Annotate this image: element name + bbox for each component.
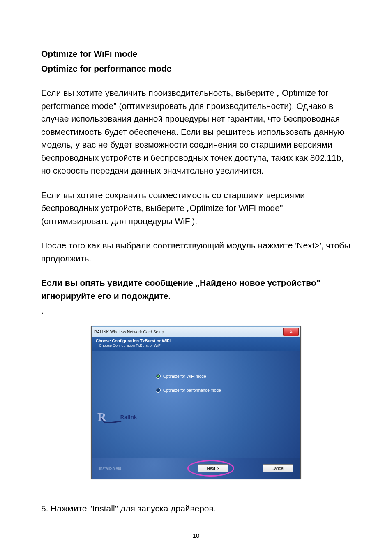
paragraph-1: Если вы хотите увеличить производительно… <box>41 86 351 177</box>
step-5-text: 5. Нажмите "Install" для запуска драйвер… <box>41 502 351 515</box>
dialog-titlebar: RALINK Wireless Network Card Setup ✕ <box>92 326 300 337</box>
radio-performance-mode[interactable]: Optimize for performance mode <box>156 388 300 393</box>
radio-wifi-label: Optimize for WiFi mode <box>163 374 206 379</box>
close-x-icon: ✕ <box>289 330 293 334</box>
paragraph-3: После того как вы выбрали соответствующи… <box>41 239 351 265</box>
installer-dialog: RALINK Wireless Network Card Setup ✕ Cho… <box>91 326 301 479</box>
radio-selected-icon <box>156 374 161 379</box>
page-number: 10 <box>0 532 392 539</box>
next-button[interactable]: Next > <box>198 464 228 472</box>
heading-line-2: Optimize for performance mode <box>41 62 351 75</box>
ralink-logo: R Ralink <box>97 410 137 424</box>
dialog-banner: Choose Configuration TxBurst or WiFi Cho… <box>92 337 300 351</box>
dialog-button-bar: InstallShield Next > Cancel <box>92 458 300 479</box>
banner-title: Choose Configuration TxBurst or WiFi <box>96 339 296 343</box>
dialog-content: R Ralink Optimize for WiFi mode Optimize… <box>92 351 300 458</box>
dialog-left-panel: R Ralink <box>92 351 149 458</box>
cancel-button[interactable]: Cancel <box>263 464 293 472</box>
radio-performance-label: Optimize for performance mode <box>163 388 221 393</box>
bold-notice: Если вы опять увидите сообщение „Найдено… <box>41 276 351 302</box>
installshield-label: InstallShield <box>99 466 121 471</box>
close-button[interactable]: ✕ <box>283 328 299 336</box>
radio-wifi-mode[interactable]: Optimize for WiFi mode <box>156 374 300 379</box>
logo-text: Ralink <box>120 414 137 420</box>
banner-subtitle: Choose Configuration TxBurst or WiFi <box>99 343 296 347</box>
heading-line-1: Optimize for WiFi mode <box>41 47 351 60</box>
logo-r-icon: R <box>97 410 106 424</box>
period-marker: . <box>41 306 351 315</box>
dialog-title: RALINK Wireless Network Card Setup <box>94 330 164 334</box>
dialog-right-panel: Optimize for WiFi mode Optimize for perf… <box>149 351 300 458</box>
radio-unselected-icon <box>156 388 161 393</box>
paragraph-2: Если вы хотите сохранить совместимость с… <box>41 189 351 228</box>
